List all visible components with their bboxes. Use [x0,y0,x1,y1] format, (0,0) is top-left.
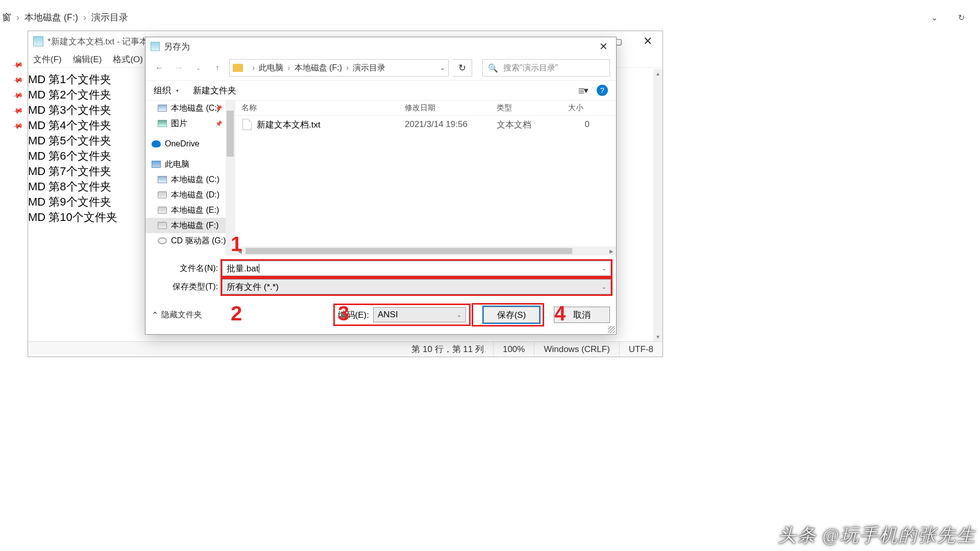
notepad-icon [33,36,43,46]
chevron-right-icon: › [83,12,86,23]
tree-item[interactable]: 本地磁盘 (F:) [145,218,235,233]
chevron-right-icon: › [16,12,19,23]
dialog-title: 另存为 [164,41,190,53]
pin-icon: 📌 [10,102,26,119]
drive-icon [152,140,161,147]
close-button[interactable]: ✕ [591,40,616,53]
notepad-scrollbar[interactable]: ▲ ▼ [653,69,663,341]
drive-icon [152,161,161,168]
file-row[interactable]: 新建文本文档.txt 2021/3/14 19:56 文本文档 0 [235,116,616,133]
tree-item[interactable]: 本地磁盘 (C:) [145,172,235,187]
view-mode-button[interactable]: ≣▾ [578,85,587,96]
annotation-3: 3 [338,302,349,325]
tree-item[interactable]: 本地磁盘 (C:)📌 [145,101,235,116]
menu-item[interactable]: 格式(O) [113,54,143,65]
tree-item[interactable]: OneDrive [145,136,235,152]
chevron-down-icon[interactable]: ⌄ [440,64,445,71]
explorer-breadcrumb: 窗 › 本地磁盘 (F:) › 演示目录 ⌄ ↻ [0,7,980,28]
file-name: 新建文本文档.txt [257,119,321,131]
col-name[interactable]: 名称 [235,103,399,113]
refresh-icon[interactable]: ↻ [958,13,965,22]
annotation-1: 1 [231,233,242,256]
pin-icon: 📌 [10,117,26,135]
filename-input[interactable]: 批量.bat ⌄ [222,261,611,276]
menu-item[interactable]: 文件(F) [33,54,62,65]
status-zoom: 100% [493,342,534,357]
nav-tree[interactable]: 本地磁盘 (C:)📌图片📌OneDrive此电脑本地磁盘 (C:)本地磁盘 (D… [145,101,235,256]
chevron-right-icon: › [346,63,349,72]
status-eol: Windows (CRLF) [534,342,619,357]
annotation-4: 4 [554,302,566,325]
search-placeholder: 搜索"演示目录" [503,63,558,73]
annotation-2: 2 [231,302,242,325]
breadcrumb-part[interactable]: 此电脑 [259,63,283,73]
status-caret-pos: 第 10 行，第 11 列 [402,342,493,357]
resize-grip[interactable] [608,326,615,333]
column-headers[interactable]: 名称 修改日期 类型 大小 [235,101,616,116]
filename-label: 文件名(N): [151,263,222,274]
tree-item[interactable]: 本地磁盘 (E:) [145,203,235,218]
file-date: 2021/3/14 19:56 [399,119,491,130]
pin-icon: 📌 [10,56,26,73]
file-list[interactable]: 名称 修改日期 类型 大小 新建文本文档.txt 2021/3/14 19:56… [235,101,616,256]
dialog-nav: ← → ⌄ ↑ › 此电脑 › 本地磁盘 (F:) › 演示目录 ⌄ ↻ 🔍 搜… [145,56,616,80]
chevron-down-icon[interactable]: ⌄ [602,284,606,290]
scroll-right-icon[interactable]: ▶ [607,248,616,254]
breadcrumb-part[interactable]: 演示目录 [91,11,128,23]
forward-button[interactable]: → [171,60,186,76]
encoding-select[interactable]: ANSI ⌄ [373,307,466,322]
chevron-down-icon[interactable]: ⌄ [931,13,938,22]
drive-icon [158,120,167,127]
file-type: 文本文档 [491,119,562,131]
tree-item[interactable]: 图片📌 [145,116,235,131]
chevron-down-icon[interactable]: ⌄ [457,312,461,318]
watermark: 头条 @玩手机的张先生 [778,523,976,548]
save-as-dialog: 另存为 ✕ ← → ⌄ ↑ › 此电脑 › 本地磁盘 (F:) › 演示目录 ⌄… [145,37,617,335]
menu-item[interactable]: 编辑(E) [73,54,102,65]
horizontal-scrollbar[interactable]: ◀ ▶ [235,246,616,256]
dialog-toolbar: 组织 新建文件夹 ≣▾ ? [145,80,616,101]
chevron-right-icon: › [287,63,290,72]
col-size[interactable]: 大小 [562,103,593,113]
up-button[interactable]: ↑ [210,60,225,76]
dialog-titlebar[interactable]: 另存为 ✕ [145,37,616,56]
status-encoding: UTF-8 [619,342,663,357]
pin-icon: 📌 [10,71,26,89]
drive-icon [158,207,167,214]
tree-item[interactable]: 此电脑 [145,157,235,172]
scroll-up-icon[interactable]: ▲ [653,69,663,78]
breadcrumb-part[interactable]: 本地磁盘 (F:) [24,11,78,23]
col-type[interactable]: 类型 [491,103,562,113]
breadcrumb-part[interactable]: 演示目录 [353,63,385,73]
pin-icon: 📌 [10,87,26,104]
pinned-folders: 📌📌📌📌📌 [13,57,28,134]
address-bar[interactable]: › 此电脑 › 本地磁盘 (F:) › 演示目录 ⌄ [229,59,449,77]
notepad-title-text: *新建文本文档.txt - 记事本 [47,36,148,47]
drive-icon [158,176,167,183]
drive-icon [158,191,167,198]
scroll-down-icon[interactable]: ▼ [653,332,663,341]
tree-item[interactable]: 本地磁盘 (D:) [145,187,235,203]
tree-item[interactable]: CD 驱动器 (G:) [145,233,235,248]
back-button[interactable]: ← [152,60,167,76]
chevron-up-icon: ⌃ [152,310,158,320]
pin-icon: 📌 [215,120,223,127]
hide-folders-toggle[interactable]: ⌃ 隐藏文件夹 [152,310,202,320]
dialog-icon [151,42,160,51]
search-input[interactable]: 🔍 搜索"演示目录" [482,59,610,77]
refresh-button[interactable]: ↻ [453,59,472,77]
folder-icon [233,64,243,72]
col-date[interactable]: 修改日期 [399,103,491,113]
chevron-down-icon[interactable]: ⌄ [602,265,606,272]
dialog-footer: ⌃ 隐藏文件夹 编码(E): ANSI ⌄ 保存(S) 取消 [145,297,616,331]
close-button[interactable]: ✕ [633,32,663,51]
help-button[interactable]: ? [597,85,608,96]
recent-dropdown-icon[interactable]: ⌄ [190,60,206,76]
filetype-select[interactable]: 所有文件 (*.*) ⌄ [222,279,611,294]
new-folder-button[interactable]: 新建文件夹 [193,85,236,96]
breadcrumb-part[interactable]: 本地磁盘 (F:) [295,63,342,73]
search-icon: 🔍 [488,63,498,73]
organize-button[interactable]: 组织 [154,85,179,96]
drive-icon [158,105,167,112]
save-button[interactable]: 保存(S) [483,307,540,323]
